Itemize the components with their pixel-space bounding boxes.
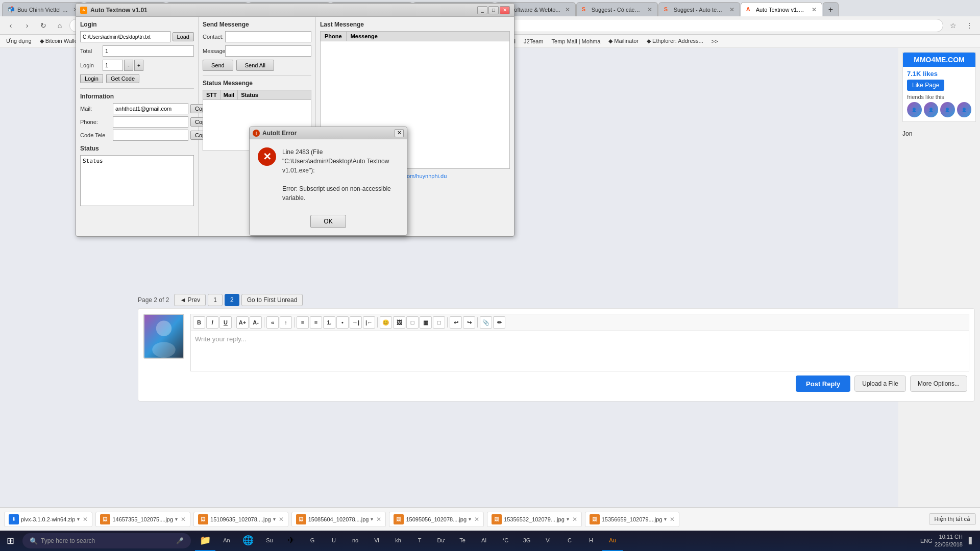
link-btn[interactable]: □ <box>433 316 445 329</box>
tab-close-icon[interactable]: ✕ <box>647 6 652 13</box>
load-btn[interactable]: Load <box>173 32 194 41</box>
bookmark-j2team[interactable]: J2Team <box>521 37 547 45</box>
align-left-btn[interactable]: ≡ <box>297 316 309 329</box>
hide-all-downloads-btn[interactable]: Hiện thị tất cả <box>929 513 976 525</box>
login-value-input[interactable] <box>103 60 123 71</box>
more-options-btn[interactable]: More Options... <box>910 375 967 392</box>
minimize-btn[interactable]: _ <box>477 6 487 14</box>
taskbar-app-vi2[interactable]: Vi <box>538 531 558 551</box>
new-tab-btn[interactable]: + <box>823 2 839 16</box>
quote-btn[interactable]: « <box>266 316 279 329</box>
attachment-btn[interactable]: 📎 <box>480 316 492 329</box>
tray-language[interactable]: ENG <box>921 536 932 546</box>
source-btn[interactable]: ✏ <box>493 316 505 329</box>
italic-btn[interactable]: I <box>206 316 218 329</box>
taskbar-app-an[interactable]: An <box>216 531 237 551</box>
bookmark-apps[interactable]: Ứng dụng <box>3 37 35 45</box>
font-small-btn[interactable]: A- <box>250 316 262 329</box>
outdent-btn[interactable]: |← <box>363 316 375 329</box>
taskbar-app-al[interactable]: Al <box>474 531 494 551</box>
show-desktop-btn[interactable]: ▋ <box>966 536 976 546</box>
taskbar-app-u[interactable]: U <box>324 531 344 551</box>
file-path-input[interactable] <box>80 31 170 42</box>
spin-plus-btn[interactable]: + <box>134 60 143 71</box>
phone-input[interactable] <box>113 116 188 128</box>
settings-btn[interactable]: ⋮ <box>963 19 976 32</box>
send-all-btn[interactable]: Send All <box>236 60 274 71</box>
taskbar-app-tel[interactable]: Te <box>452 531 473 551</box>
taskbar-app-3g[interactable]: 3G <box>517 531 537 551</box>
tab-autotextnow[interactable]: A Auto Textnow v1.01 ... ✕ <box>741 2 822 16</box>
taskbar-app-kh[interactable]: kh <box>388 531 408 551</box>
bookmark-mailinator[interactable]: ◆ Mailinator <box>605 37 642 45</box>
taskbar-app-vi[interactable]: Vi <box>366 531 387 551</box>
media-btn[interactable]: □ <box>406 316 419 329</box>
download-close-img4[interactable]: ✕ <box>474 516 479 523</box>
close-btn[interactable]: ✕ <box>500 6 510 14</box>
reload-btn[interactable]: ↻ <box>37 19 50 32</box>
message-input[interactable] <box>225 45 311 57</box>
contact-input[interactable] <box>225 31 311 42</box>
undo-btn[interactable]: ↩ <box>450 316 462 329</box>
indent-btn[interactable]: →| <box>350 316 362 329</box>
taskbar-app-te[interactable]: ✈ <box>281 531 301 551</box>
tab-close-icon[interactable]: ✕ <box>729 6 734 13</box>
bookmark-tempmail[interactable]: Temp Mail | Mohma <box>549 37 604 45</box>
taskbar-app-explorer[interactable]: 📁 <box>195 531 215 551</box>
get-code-btn[interactable]: Get Code <box>106 74 139 83</box>
home-btn[interactable]: ⌂ <box>53 19 66 32</box>
total-input[interactable] <box>103 45 194 57</box>
mail-input[interactable] <box>113 103 188 114</box>
redo-btn[interactable]: ↪ <box>463 316 475 329</box>
taskbar-app-g[interactable]: G <box>302 531 323 551</box>
download-arrow-img4[interactable]: ▾ <box>469 516 471 522</box>
bookmark-ethplorer2[interactable]: ◆ Ethplorer: Address... <box>644 37 706 45</box>
download-arrow-pivx[interactable]: ▾ <box>77 516 80 522</box>
download-close-img1[interactable]: ✕ <box>181 516 186 523</box>
page-2-btn[interactable]: 2 <box>225 294 239 306</box>
status-textarea[interactable]: Status <box>80 155 194 206</box>
font-large-btn[interactable]: A+ <box>236 316 249 329</box>
page-1-btn[interactable]: 1 <box>208 294 223 306</box>
dialog-ok-btn[interactable]: OK <box>310 215 346 228</box>
bookmark-more[interactable]: >> <box>708 37 721 45</box>
search-box[interactable]: 🔍 Type here to search 🎤 <box>22 533 191 548</box>
download-arrow-img5[interactable]: ▾ <box>567 516 569 522</box>
send-btn[interactable]: Send <box>203 60 233 71</box>
prev-page-btn[interactable]: ◄ Prev <box>174 294 206 306</box>
download-arrow-img1[interactable]: ▾ <box>175 516 178 522</box>
forward-btn[interactable]: › <box>20 19 34 32</box>
download-arrow-img2[interactable]: ▾ <box>273 516 276 522</box>
bookmark-btn[interactable]: ☆ <box>946 19 960 32</box>
taskbar-app-chrome[interactable]: 🌐 <box>238 531 258 551</box>
maximize-btn[interactable]: □ <box>488 6 499 14</box>
code-btn[interactable]: ↑ <box>280 316 292 329</box>
taskbar-app-c[interactable]: *C <box>495 531 516 551</box>
image-btn[interactable]: 🖼 <box>393 316 405 329</box>
emoji-btn[interactable]: 😊 <box>380 316 392 329</box>
tab-suggest1[interactable]: S Suggest - Có cách n... ✕ <box>576 2 658 16</box>
tab-close-icon[interactable]: ✕ <box>565 6 570 13</box>
download-close-img3[interactable]: ✕ <box>376 516 381 523</box>
post-reply-btn[interactable]: Post Reply <box>796 375 850 392</box>
like-page-btn[interactable]: Like Page <box>907 80 944 91</box>
download-arrow-img3[interactable]: ▾ <box>371 516 373 522</box>
start-btn[interactable]: ⊞ <box>0 531 20 551</box>
ordered-list-btn[interactable]: 1. <box>323 316 335 329</box>
login-btn[interactable]: Login <box>80 74 103 83</box>
upload-file-btn[interactable]: Upload a File <box>854 375 906 392</box>
goto-first-unread-btn[interactable]: Go to First Unread <box>241 294 303 306</box>
align-center-btn[interactable]: ≡ <box>310 316 322 329</box>
taskbar-app-no[interactable]: no <box>345 531 365 551</box>
download-close-img2[interactable]: ✕ <box>279 516 284 523</box>
system-clock[interactable]: 10:11 CH 22/06/2018 <box>935 533 963 549</box>
table-btn[interactable]: ▦ <box>420 316 432 329</box>
taskbar-app-su[interactable]: Su <box>259 531 280 551</box>
download-close-img5[interactable]: ✕ <box>572 516 577 523</box>
tab-close-icon[interactable]: ✕ <box>812 6 817 13</box>
taskbar-app-au[interactable]: Au <box>602 531 623 551</box>
bold-btn[interactable]: B <box>193 316 205 329</box>
download-close-pivx[interactable]: ✕ <box>83 516 88 523</box>
editor-body[interactable]: Write your reply... <box>190 331 969 371</box>
download-arrow-img6[interactable]: ▾ <box>664 516 667 522</box>
